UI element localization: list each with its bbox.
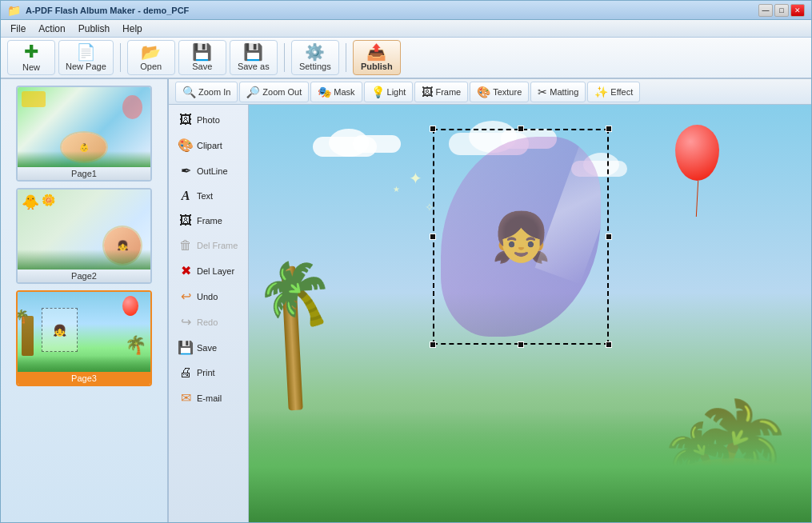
toolbar-separator-2 (284, 43, 285, 72)
light-icon: 💡 (371, 86, 385, 98)
photo-tool-button[interactable]: 🖼 Photo (172, 108, 245, 132)
mask-button[interactable]: 🎭 Mask (310, 82, 362, 102)
print-tool-icon: 🖨 (178, 365, 194, 380)
p1-element-1 (22, 91, 46, 107)
email-tool-icon: ✉ (178, 390, 194, 405)
undo-tool-label: Undo (197, 292, 218, 301)
handle-tl[interactable] (430, 126, 436, 132)
minimize-button[interactable]: — (758, 4, 773, 17)
del-layer-tool-icon: ✖ (178, 263, 194, 278)
texture-button[interactable]: 🎨 Texture (470, 82, 529, 102)
email-tool-label: E-mail (197, 393, 222, 403)
palm-tree-left: 🌴 (281, 266, 295, 410)
menu-action[interactable]: Action (32, 22, 71, 36)
new-icon: ✚ (24, 43, 38, 61)
close-button[interactable]: ✕ (790, 4, 805, 17)
redo-tool-button: ↪ Redo (172, 309, 245, 334)
page-3-bg: 🌴 🌴 👧 (18, 292, 150, 372)
del-layer-tool-label: Del Layer (197, 266, 234, 276)
menu-file[interactable]: File (4, 22, 32, 36)
photo-frame-shape: 👧 (441, 137, 601, 337)
save-as-icon: 💾 (243, 44, 263, 60)
redo-tool-icon: ↪ (178, 314, 194, 329)
sparkle-1: ✦ (409, 169, 422, 188)
zoom-in-button[interactable]: 🔍 Zoom In (175, 82, 238, 102)
text-tool-label: Text (197, 191, 213, 201)
handle-bl[interactable] (430, 341, 436, 348)
save-tool-button[interactable]: 💾 Save (172, 335, 245, 360)
pages-panel: 👶 Page1 👧 🐥 🌼 (1, 79, 169, 522)
new-page-button[interactable]: 📄 New Page (58, 40, 114, 75)
print-tool-label: Print (197, 368, 215, 377)
app-icon: 📁 (7, 4, 21, 17)
title-bar-left: 📁 A-PDF Flash Album Maker - demo_PCF (7, 4, 189, 17)
zoom-out-label: Zoom Out (262, 87, 302, 97)
outline-tool-button[interactable]: ✒ OutLine (172, 158, 245, 183)
handle-br[interactable] (606, 341, 612, 348)
menu-help[interactable]: Help (116, 22, 149, 36)
undo-tool-button[interactable]: ↩ Undo (172, 284, 245, 309)
selection-container[interactable]: 👧 (433, 129, 609, 345)
handle-tm[interactable] (518, 126, 524, 132)
main-canvas[interactable]: 🌴 ✦ ✧ ★ 👧 (249, 105, 811, 522)
page-thumb-2[interactable]: 👧 🐥 🌼 Page2 (16, 188, 152, 284)
print-tool-button[interactable]: 🖨 Print (172, 361, 245, 385)
page-2-bg: 👧 🐥 🌼 (18, 190, 150, 269)
publish-button[interactable]: 📤 Publish (353, 40, 401, 75)
open-button[interactable]: 📂 Open (127, 40, 175, 75)
texture-label: Texture (493, 87, 522, 97)
text-tool-button[interactable]: A Text (172, 184, 245, 208)
menu-publish[interactable]: Publish (72, 22, 116, 36)
frame-label: Frame (435, 87, 461, 97)
frame-tool-button[interactable]: 🖼 Frame (172, 209, 245, 233)
effect-button[interactable]: ✨ Effect (587, 82, 640, 102)
secondary-toolbar: 🔍 Zoom In 🔍 Zoom Out 🎭 Mask 💡 Light 🖼 (169, 79, 811, 105)
settings-button[interactable]: ⚙️ Settings (291, 40, 339, 75)
canvas-with-tools: 🖼 Photo 🎨 Clipart ✒ OutLine A Text (169, 105, 811, 522)
page-1-canvas: 👶 (18, 87, 150, 167)
ground-grass (249, 410, 811, 522)
email-tool-button[interactable]: ✉ E-mail (172, 385, 245, 410)
handle-mr[interactable] (606, 234, 612, 240)
light-label: Light (387, 87, 406, 97)
handle-bm[interactable] (518, 341, 524, 348)
p3-photo-frame: 👧 (42, 308, 78, 352)
page-thumb-3[interactable]: 🌴 🌴 👧 Page3 (16, 290, 152, 386)
handle-ml[interactable] (430, 234, 436, 240)
matting-button[interactable]: ✂ Matting (530, 82, 586, 102)
page-2-label: Page2 (18, 269, 150, 282)
save-as-button[interactable]: 💾 Save as (230, 40, 278, 75)
toolbar-separator-3 (346, 43, 346, 72)
maximize-button[interactable]: □ (774, 4, 789, 17)
handle-tr[interactable] (606, 126, 612, 132)
matting-label: Matting (550, 87, 578, 97)
photo-tool-label: Photo (197, 115, 220, 125)
photo-tool-icon: 🖼 (178, 113, 194, 127)
zoom-out-button[interactable]: 🔍 Zoom Out (239, 82, 309, 102)
new-page-label: New Page (66, 62, 106, 71)
del-frame-tool-icon: 🗑 (178, 238, 194, 253)
app-window: 📁 A-PDF Flash Album Maker - demo_PCF — □… (0, 0, 812, 523)
clipart-tool-label: Clipart (197, 141, 222, 150)
effect-icon: ✨ (594, 86, 608, 98)
p3-grass (18, 356, 150, 372)
mask-icon: 🎭 (318, 86, 331, 98)
frame-button[interactable]: 🖼 Frame (414, 82, 468, 102)
del-layer-tool-button[interactable]: ✖ Del Layer (172, 258, 245, 283)
cloud-1 (313, 129, 409, 161)
redo-tool-label: Redo (197, 317, 218, 327)
light-button[interactable]: 💡 Light (364, 82, 414, 102)
p1-grass (18, 151, 150, 167)
new-button[interactable]: ✚ New (7, 40, 55, 75)
save-button[interactable]: 💾 Save (178, 40, 226, 75)
clipart-tool-button[interactable]: 🎨 Clipart (172, 133, 245, 158)
page-thumb-1[interactable]: 👶 Page1 (16, 86, 152, 182)
p1-balloon (122, 95, 142, 119)
zoom-in-icon: 🔍 (182, 86, 196, 98)
balloon (675, 125, 719, 217)
save-tool-icon: 💾 (178, 340, 194, 355)
del-frame-tool-button: 🗑 Del Frame (172, 234, 245, 258)
p2-flower: 🌼 (42, 194, 55, 206)
frame-tool-icon: 🖼 (178, 214, 194, 228)
frame-icon: 🖼 (422, 86, 433, 98)
